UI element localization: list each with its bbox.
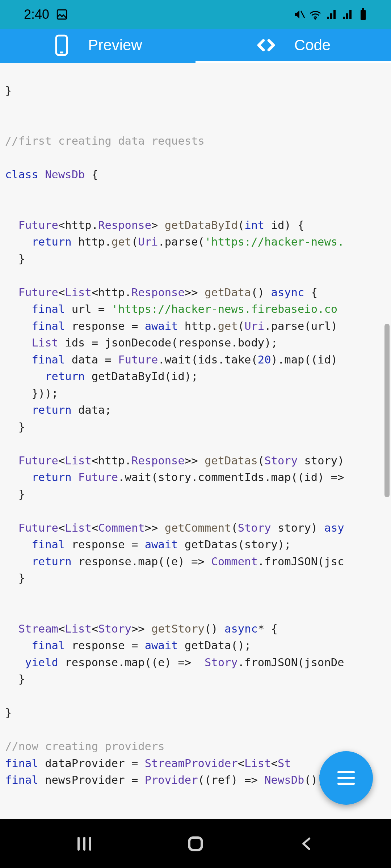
wifi-icon — [309, 8, 321, 21]
menu-fab[interactable] — [319, 751, 373, 805]
battery-icon — [357, 8, 369, 21]
svg-line-1 — [301, 11, 304, 18]
mute-icon — [293, 8, 306, 21]
signal2-icon — [341, 8, 353, 21]
phone-frame: 2:40 — [0, 0, 391, 868]
svg-rect-3 — [361, 10, 366, 20]
nav-recents[interactable] — [70, 829, 99, 858]
svg-rect-0 — [57, 10, 67, 19]
system-nav-bar — [0, 819, 391, 868]
status-right — [293, 8, 369, 21]
picture-icon — [56, 8, 68, 21]
phone-icon — [53, 34, 70, 56]
nav-back[interactable] — [292, 829, 321, 858]
signal1-icon — [325, 8, 337, 21]
tab-code[interactable]: Code — [196, 29, 391, 63]
tab-preview-label: Preview — [88, 37, 142, 54]
svg-rect-4 — [362, 8, 364, 10]
status-bar: 2:40 — [0, 0, 391, 29]
svg-rect-10 — [189, 837, 202, 850]
tab-code-label: Code — [294, 37, 331, 54]
code-content: } //first creating data requests class N… — [5, 65, 386, 789]
tab-preview[interactable]: Preview — [0, 29, 196, 63]
svg-point-2 — [315, 18, 316, 19]
tab-bar: Preview Code — [0, 29, 391, 63]
code-editor[interactable]: } //first creating data requests class N… — [0, 63, 391, 819]
menu-icon — [337, 771, 355, 785]
scrollbar-thumb[interactable] — [384, 324, 390, 497]
code-icon — [256, 38, 276, 52]
status-time: 2:40 — [24, 7, 49, 22]
status-left: 2:40 — [24, 7, 68, 22]
nav-home[interactable] — [181, 829, 210, 858]
